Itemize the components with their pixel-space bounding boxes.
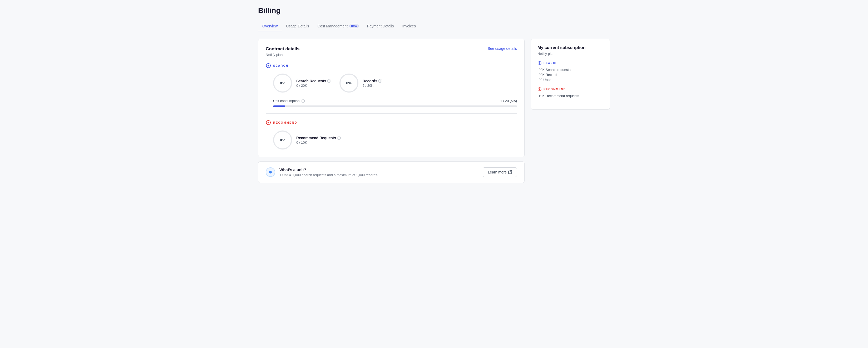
sidebar-search-label: SEARCH	[537, 61, 603, 65]
unit-consumption-info-icon[interactable]: i	[301, 99, 305, 103]
search-label-text: SEARCH	[273, 64, 288, 67]
info-box-dot	[269, 171, 272, 173]
unit-consumption-fill	[273, 106, 285, 107]
sidebar-plan: Netlify plan	[537, 52, 603, 56]
recommend-requests-value: 0 / 10K	[296, 141, 341, 144]
contract-title: Contract details	[266, 47, 300, 52]
see-usage-link[interactable]: See usage details	[488, 47, 517, 51]
sidebar-recommend-section: RECOMMEND 10K Recommend requests	[537, 87, 603, 98]
info-box: What's a unit? 1 Unit = 1,000 search req…	[258, 161, 525, 183]
sidebar: My current subscription Netlify plan SEA…	[531, 39, 610, 110]
page-title: Billing	[258, 6, 610, 15]
sidebar-recommend-name: RECOMMEND	[544, 88, 566, 91]
contract-plan: Netlify plan	[266, 53, 300, 57]
search-requests-value: 0 / 20K	[296, 84, 331, 88]
tab-overview[interactable]: Overview	[258, 21, 282, 31]
search-requests-info: Search Requests i 0 / 20K	[296, 79, 331, 88]
sidebar-recommend-label: RECOMMEND	[537, 87, 603, 91]
learn-more-button[interactable]: Learn more	[483, 167, 517, 177]
search-requests-donut: 0%	[273, 74, 292, 92]
svg-point-1	[268, 65, 269, 66]
records-donut: 0%	[339, 74, 359, 92]
search-requests-name: Search Requests i	[296, 79, 331, 83]
svg-point-3	[268, 122, 269, 123]
recommend-requests-name: Recommend Requests i	[296, 136, 341, 140]
recommend-requests-info: Recommend Requests i 0 / 10K	[296, 136, 341, 144]
unit-consumption-value: 1 / 20 (5%)	[500, 99, 517, 103]
recommend-metrics-row: 0% Recommend Requests i 0 / 10K	[273, 130, 517, 149]
sidebar-search-items: 20K Search requests 20K Records 20 Units	[537, 68, 603, 82]
contract-details-card: Contract details Netlify plan See usage …	[258, 39, 525, 157]
sidebar-item: 10K Recommend requests	[538, 94, 603, 98]
recommend-label-text: RECOMMEND	[273, 121, 297, 124]
records-value: 2 / 20K	[363, 84, 382, 88]
section-divider	[266, 113, 517, 114]
records-info: Records i 2 / 20K	[363, 79, 382, 88]
tab-usage-details[interactable]: Usage Details	[282, 21, 313, 31]
search-metrics-row: 0% Search Requests i 0 / 20K 0%	[273, 74, 517, 92]
info-box-content: What's a unit? 1 Unit = 1,000 search req…	[279, 167, 478, 177]
sidebar-recommend-items: 10K Recommend requests	[537, 94, 603, 98]
sidebar-search-section: SEARCH 20K Search requests 20K Records 2…	[537, 61, 603, 82]
tab-payment-details[interactable]: Payment Details	[363, 21, 398, 31]
svg-point-5	[539, 62, 540, 64]
recommend-section-label: RECOMMEND	[266, 120, 517, 125]
records-info-icon[interactable]: i	[378, 79, 382, 83]
sidebar-item: 20K Records	[538, 73, 603, 77]
tabs-nav: Overview Usage Details Cost Management B…	[258, 21, 610, 31]
recommend-requests-info-icon[interactable]: i	[337, 136, 341, 140]
sidebar-item: 20K Search requests	[538, 68, 603, 72]
sidebar-card: My current subscription Netlify plan SEA…	[531, 39, 610, 110]
sidebar-search-icon	[537, 61, 542, 65]
unit-consumption-label: Unit consumption i	[273, 99, 305, 103]
unit-consumption-section: Unit consumption i 1 / 20 (5%)	[273, 99, 517, 107]
sidebar-search-name: SEARCH	[544, 62, 558, 65]
search-requests-info-icon[interactable]: i	[327, 79, 331, 83]
beta-badge: Beta	[349, 24, 359, 28]
tab-cost-management[interactable]: Cost Management Beta	[313, 21, 363, 31]
unit-consumption-bar	[273, 106, 517, 107]
search-section-label: SEARCH	[266, 63, 517, 68]
records-metric: 0% Records i 2 / 20K	[339, 74, 382, 92]
recommend-section-icon	[266, 120, 271, 125]
records-name: Records i	[363, 79, 382, 83]
sidebar-recommend-icon	[537, 87, 542, 91]
sidebar-item: 20 Units	[538, 78, 603, 82]
main-content: Contract details Netlify plan See usage …	[258, 39, 525, 183]
tab-invoices[interactable]: Invoices	[398, 21, 420, 31]
svg-point-7	[539, 89, 540, 90]
info-box-title: What's a unit?	[279, 167, 478, 172]
card-header-left: Contract details Netlify plan	[266, 47, 300, 57]
learn-more-label: Learn more	[488, 170, 507, 174]
info-box-icon	[266, 167, 275, 177]
recommend-requests-metric: 0% Recommend Requests i 0 / 10K	[273, 130, 341, 149]
unit-consumption-header: Unit consumption i 1 / 20 (5%)	[273, 99, 517, 103]
card-header: Contract details Netlify plan See usage …	[266, 47, 517, 57]
external-link-icon	[508, 170, 512, 174]
info-box-description: 1 Unit = 1,000 search requests and a max…	[279, 173, 478, 177]
search-requests-metric: 0% Search Requests i 0 / 20K	[273, 74, 331, 92]
search-section-icon	[266, 63, 271, 68]
recommend-requests-donut: 0%	[273, 130, 292, 149]
main-layout: Contract details Netlify plan See usage …	[258, 39, 610, 183]
sidebar-title: My current subscription	[537, 45, 603, 50]
